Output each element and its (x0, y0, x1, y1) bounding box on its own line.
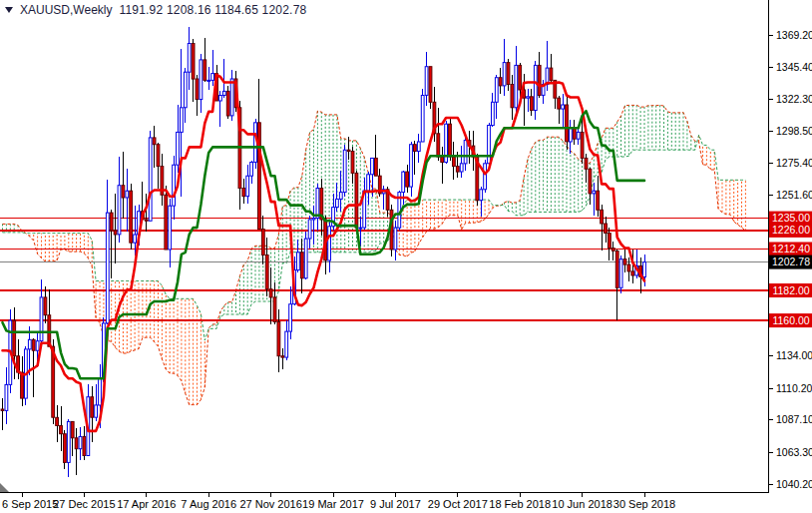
bullish-candle-body (367, 175, 370, 191)
bullish-candle-body (230, 79, 233, 116)
bullish-candle-body (425, 67, 428, 96)
bullish-candle-body (36, 341, 39, 351)
x-axis-label: 19 Mar 2017 (302, 498, 364, 510)
bearish-candle-body (615, 251, 618, 287)
y-axis-label: 1345.40 (776, 61, 812, 73)
bearish-candle-body (605, 224, 608, 234)
level-price-tag-text: 1182.00 (772, 284, 809, 296)
bullish-candle-body (464, 141, 467, 164)
bearish-candle-body (110, 213, 113, 231)
price-tags: 1235.001226.001212.401182.001160.001202.… (769, 212, 812, 328)
bullish-candle-body (308, 220, 311, 239)
bearish-candle-body (165, 195, 168, 250)
bullish-candle-body (619, 259, 622, 288)
bearish-candle-body (558, 98, 561, 109)
bearish-candle-body (258, 123, 261, 230)
bearish-candle-body (64, 434, 67, 463)
bullish-candle-body (460, 164, 463, 172)
x-axis-label: 27 Dec 2015 (53, 498, 115, 510)
bearish-candle-body (507, 63, 510, 85)
symbol-dropdown-icon[interactable] (5, 7, 13, 13)
y-axis-label: 1251.60 (776, 189, 812, 201)
bullish-candle-body (118, 186, 121, 235)
symbol-period-label: XAUUSD,Weekly (20, 3, 112, 17)
bullish-candle-body (484, 164, 487, 190)
bullish-candle-body (492, 102, 495, 125)
bearish-candle-body (456, 167, 459, 173)
current-price-tag-text: 1202.78 (772, 256, 810, 267)
bullish-candle-body (184, 72, 187, 108)
bullish-candle-body (99, 378, 102, 405)
x-axis-label: 9 Jul 2017 (370, 498, 421, 510)
bullish-candle-body (339, 193, 342, 200)
bearish-candle-body (519, 65, 522, 90)
axes[interactable]: 1369.201345.401322.301298.501275.401251.… (0, 0, 812, 510)
bearish-candle-body (429, 67, 432, 103)
bearish-candle-body (269, 289, 272, 297)
bullish-candle-body (5, 384, 8, 410)
bearish-candle-body (511, 85, 514, 108)
bullish-candle-body (297, 253, 300, 270)
bearish-candle-body (573, 128, 576, 139)
bullish-candle-body (173, 165, 176, 206)
bullish-candle-body (285, 331, 288, 357)
y-axis-label: 1298.50 (776, 125, 812, 137)
bullish-candle-body (222, 91, 225, 95)
bearish-candle-body (347, 150, 350, 151)
bearish-candle-body (375, 158, 378, 176)
bullish-candle-body (343, 150, 346, 192)
bearish-candle-body (261, 230, 264, 256)
bullish-candle-body (410, 145, 413, 187)
bearish-candle-body (192, 44, 195, 80)
bullish-candle-body (95, 405, 98, 417)
level-price-tag-text: 1212.40 (772, 243, 810, 255)
bearish-candle-body (441, 157, 444, 163)
bullish-candle-body (177, 132, 180, 165)
bullish-candle-body (219, 96, 222, 102)
bullish-candle-body (149, 138, 152, 221)
bearish-candle-body (406, 172, 409, 187)
bullish-candle-body (488, 126, 491, 164)
senkou-span-b-line (3, 135, 746, 340)
bearish-candle-body (130, 191, 133, 243)
y-axis-label: 1110.20 (776, 382, 812, 394)
bullish-candle-body (503, 63, 506, 86)
bearish-candle-body (265, 256, 268, 289)
bearish-candle-body (21, 372, 24, 398)
bearish-candle-body (414, 145, 417, 152)
x-axis-label: 29 Oct 2017 (428, 498, 488, 510)
bullish-candle-body (593, 191, 596, 194)
bearish-candle-body (71, 421, 74, 437)
x-axis-label: 6 Sep 2015 (2, 498, 58, 510)
bullish-candle-body (359, 228, 362, 229)
x-axis-label: 10 Jun 2018 (552, 498, 612, 510)
level-price-tag-text: 1235.00 (772, 212, 810, 224)
bullish-candle-body (577, 132, 580, 139)
price-chart-canvas[interactable]: 1369.201345.401322.301298.501275.401251.… (0, 0, 812, 513)
y-axis-label: 1087.10 (776, 413, 812, 425)
bullish-candle-body (246, 176, 249, 197)
bullish-candle-body (643, 262, 646, 277)
bullish-candle-body (250, 163, 253, 177)
bullish-candle-body (67, 421, 70, 462)
bullish-candle-body (394, 228, 397, 250)
bearish-candle-body (581, 132, 584, 158)
bullish-candle-body (402, 172, 405, 193)
bearish-candle-body (550, 68, 553, 80)
y-axis-label: 1063.30 (776, 446, 812, 458)
bullish-candle-body (106, 213, 109, 323)
bearish-candle-body (609, 234, 611, 249)
bearish-candle-body (13, 320, 16, 356)
bearish-candle-body (281, 356, 284, 357)
bearish-candle-body (437, 134, 440, 157)
bullish-candle-body (570, 128, 573, 142)
bullish-candle-body (421, 96, 424, 143)
bearish-candle-body (627, 264, 630, 271)
bearish-candle-body (277, 322, 280, 356)
bearish-candle-body (585, 158, 588, 169)
bullish-candle-body (289, 304, 292, 331)
bearish-candle-body (531, 97, 534, 111)
bearish-candle-body (91, 397, 94, 418)
bearish-candle-body (1, 409, 4, 410)
bearish-candle-body (203, 60, 206, 81)
